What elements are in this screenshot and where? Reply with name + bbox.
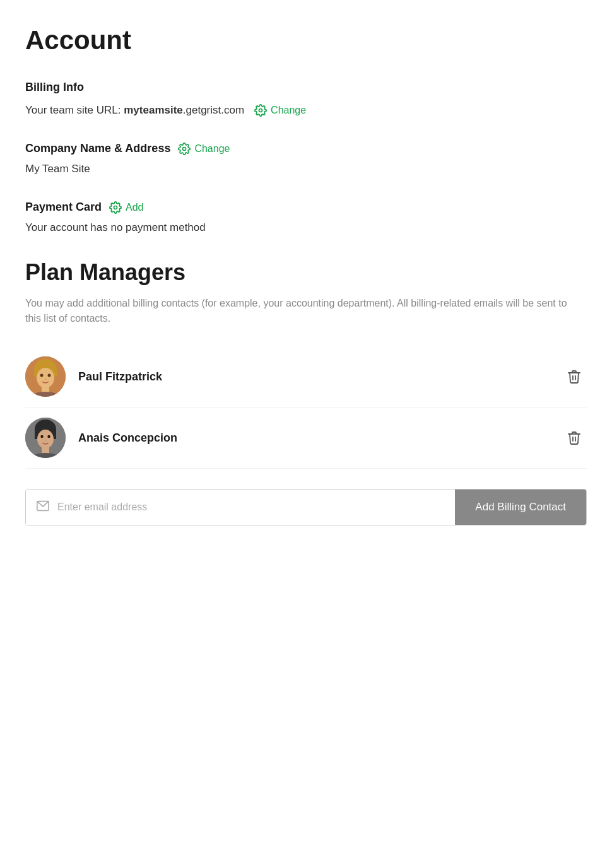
contact-name-paul: Paul Fitzpatrick [78,370,549,384]
billing-info-section: Billing Info Your team site URL: myteams… [25,81,587,117]
svg-point-8 [48,374,51,377]
svg-point-6 [37,368,54,388]
url-bold-text: myteamsite [124,104,183,116]
svg-point-1 [183,147,186,150]
plan-managers-title: Plan Managers [25,259,587,286]
url-label: Your team site URL: myteamsite.getgrist.… [25,104,244,117]
envelope-icon [36,499,50,515]
contact-name-anais: Anais Concepcion [78,431,549,445]
page-title: Account [25,25,587,56]
svg-point-9 [45,378,47,380]
trash-icon-anais [567,430,582,445]
email-input[interactable] [57,490,445,524]
add-payment-label: Add [126,202,143,213]
gear-icon [254,104,267,117]
team-site-url-row: Your team site URL: myteamsite.getgrist.… [25,104,587,117]
billing-info-title: Billing Info [25,81,587,94]
company-section: Company Name & Address Change My Team Si… [25,142,587,175]
change-url-button[interactable]: Change [254,104,306,117]
trash-icon-paul [567,369,582,384]
change-company-label: Change [194,143,230,155]
gear-icon-payment [109,201,122,214]
svg-point-7 [40,374,44,377]
payment-card-section: Payment Card Add Your account has no pay… [25,201,587,234]
plan-managers-section: Plan Managers You may add additional bil… [25,259,587,525]
gear-icon-company [178,143,191,155]
avatar-paul [25,356,66,397]
payment-card-header: Payment Card Add [25,201,587,214]
avatar-anais [25,418,66,458]
company-name-text: My Team Site [25,163,587,175]
plan-managers-description: You may add additional billing contacts … [25,296,568,326]
contact-list: Paul Fitzpatrick [25,346,587,469]
svg-point-17 [47,435,50,438]
payment-card-title: Payment Card [25,201,102,214]
delete-paul-button[interactable] [562,364,587,389]
contact-item-anais: Anais Concepcion [25,408,587,469]
change-company-button[interactable]: Change [178,143,230,155]
add-billing-contact-button[interactable]: Add Billing Contact [455,490,586,525]
company-title: Company Name & Address [25,142,170,155]
url-suffix-text: .getgrist.com [183,104,244,116]
svg-point-15 [37,430,54,449]
add-contact-row: Add Billing Contact [25,489,587,525]
svg-rect-19 [42,447,49,454]
svg-point-18 [45,440,46,441]
svg-point-16 [40,435,43,438]
url-prefix-text: Your team site URL: [25,104,124,116]
add-payment-button[interactable]: Add [109,201,143,214]
delete-anais-button[interactable] [562,425,587,450]
change-url-label: Change [271,105,306,116]
company-section-header: Company Name & Address Change [25,142,587,155]
no-payment-text: Your account has no payment method [25,221,587,234]
contact-item-paul: Paul Fitzpatrick [25,346,587,408]
email-input-wrapper [26,490,455,525]
svg-point-0 [259,109,262,112]
svg-point-2 [114,206,117,209]
